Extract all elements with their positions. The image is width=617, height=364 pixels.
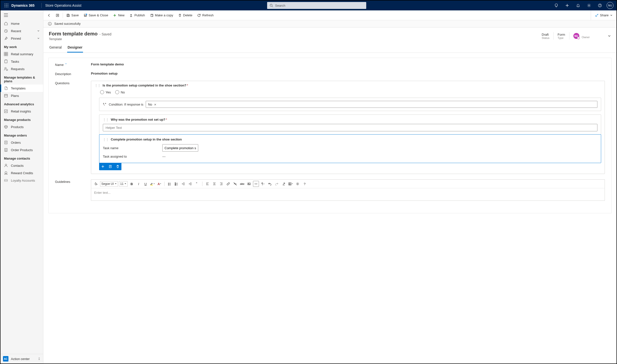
notifications-icon[interactable] bbox=[574, 1, 582, 10]
sidebar-item-reward-credits[interactable]: Reward Credits bbox=[0, 169, 43, 177]
owner-avatar[interactable]: NU bbox=[573, 33, 579, 39]
rte-align-center-icon[interactable] bbox=[211, 181, 217, 187]
sidebar-item-products[interactable]: Products bbox=[0, 123, 43, 131]
task-assigned-value[interactable]: --- bbox=[162, 155, 166, 158]
save-close-button[interactable]: Save & Close bbox=[81, 12, 111, 19]
brand-label[interactable]: Dynamics 365 bbox=[11, 3, 34, 7]
question-card[interactable]: ⋮⋮ Is the promotion setup completed in t… bbox=[91, 81, 605, 174]
radio-yes[interactable]: Yes bbox=[100, 90, 111, 94]
rte-indent-icon[interactable] bbox=[187, 181, 193, 187]
publish-button[interactable]: Publish bbox=[127, 12, 147, 19]
user-avatar[interactable]: NU bbox=[607, 2, 614, 9]
chevron-down-icon[interactable] bbox=[608, 34, 611, 38]
sidebar-item-requests[interactable]: Requests bbox=[0, 65, 43, 73]
share-button[interactable]: Share bbox=[592, 12, 615, 19]
rte-editor[interactable]: Enter text... bbox=[91, 188, 605, 201]
rte-strike-icon[interactable]: abc bbox=[239, 181, 245, 187]
description-value[interactable]: Promotion setup bbox=[91, 72, 117, 75]
sidebar-item-retail-insights[interactable]: Retail insights bbox=[0, 108, 43, 115]
rte-settings-icon[interactable] bbox=[295, 181, 301, 187]
rte-quote-icon[interactable]: ” bbox=[194, 181, 200, 187]
rte-redo-icon[interactable] bbox=[274, 181, 280, 187]
rte-format-painter-icon[interactable] bbox=[93, 181, 99, 187]
sidebar-item-retail-summary[interactable]: Retail summary bbox=[0, 50, 43, 58]
page-title: Form template demo bbox=[49, 31, 98, 36]
sidebar-item-tasks[interactable]: Tasks bbox=[0, 58, 43, 65]
rte-code-icon[interactable] bbox=[253, 181, 259, 187]
required-indicator: * bbox=[187, 84, 188, 87]
sidebar-item-order-products[interactable]: Order Products bbox=[0, 146, 43, 154]
rte-undo-icon[interactable] bbox=[267, 181, 273, 187]
rte-align-left-icon[interactable] bbox=[204, 181, 210, 187]
rte-unlink-icon[interactable] bbox=[232, 181, 238, 187]
page-title-state: - Saved bbox=[99, 32, 111, 36]
sidebar-item-recent[interactable]: Recent bbox=[0, 27, 43, 35]
rte-font-color-icon[interactable]: A bbox=[156, 181, 162, 187]
save-button[interactable]: Save bbox=[64, 12, 81, 19]
rte-font-select[interactable]: Segoe UI bbox=[100, 181, 118, 187]
refresh-button[interactable]: Refresh bbox=[195, 12, 216, 19]
sidebar-item-plans[interactable]: Plans bbox=[0, 92, 43, 99]
task-copy-button[interactable] bbox=[107, 163, 114, 170]
task-add-button[interactable] bbox=[99, 163, 107, 170]
sidebar-item-home[interactable]: Home bbox=[0, 20, 43, 27]
copy-button[interactable]: Make a copy bbox=[147, 12, 176, 19]
new-button[interactable]: New bbox=[111, 12, 127, 19]
svg-rect-48 bbox=[85, 15, 86, 16]
rte-numbering-icon[interactable]: 123 bbox=[173, 181, 179, 187]
hamburger-icon[interactable] bbox=[0, 10, 43, 20]
svg-rect-25 bbox=[6, 54, 8, 56]
lightbulb-icon[interactable] bbox=[552, 1, 561, 10]
questions-label: Questions bbox=[55, 81, 91, 85]
rte-outdent-icon[interactable] bbox=[180, 181, 186, 187]
helper-text-input[interactable] bbox=[103, 124, 597, 131]
delete-button[interactable]: Delete bbox=[176, 12, 195, 19]
sub-question-card[interactable]: ⋮⋮ Why was the promotion not set up? * bbox=[99, 114, 601, 135]
task-assigned-label: Task assigned to bbox=[103, 155, 162, 158]
sidebar-item-pinned[interactable]: Pinned bbox=[0, 35, 43, 42]
chip-remove-icon[interactable]: × bbox=[154, 103, 156, 106]
rte-size-select[interactable]: 11 bbox=[119, 181, 128, 187]
app-launcher-icon[interactable] bbox=[2, 1, 10, 9]
rte-align-right-icon[interactable] bbox=[218, 181, 224, 187]
open-button[interactable] bbox=[53, 12, 62, 19]
drag-handle-icon[interactable]: ⋮⋮ bbox=[103, 118, 109, 121]
rte-ltr-icon[interactable]: ¶ bbox=[260, 181, 266, 187]
tab-designer[interactable]: Designer bbox=[67, 43, 83, 53]
sidebar-item-loyalty[interactable]: Loyalty Accounts bbox=[0, 177, 43, 184]
sidebar-item-templates[interactable]: Templates bbox=[0, 84, 43, 92]
task-name-input[interactable] bbox=[162, 144, 198, 152]
action-center[interactable]: AC Action center bbox=[0, 354, 43, 364]
radio-no[interactable]: No bbox=[115, 90, 125, 94]
task-card[interactable]: ⋮⋮ Complete promotion setup in the shoe … bbox=[99, 134, 601, 163]
search-input[interactable]: Search bbox=[267, 2, 366, 9]
rte-clear-icon[interactable] bbox=[281, 181, 287, 187]
type-value: Form bbox=[558, 33, 565, 36]
task-delete-button[interactable] bbox=[114, 163, 121, 170]
tab-general[interactable]: General bbox=[49, 43, 62, 53]
rte-help-icon[interactable]: ? bbox=[302, 181, 308, 187]
help-icon[interactable] bbox=[596, 1, 604, 10]
rte-underline-icon[interactable]: U bbox=[142, 181, 148, 187]
rte-bold-icon[interactable]: B bbox=[129, 181, 135, 187]
condition-select[interactable]: No × bbox=[146, 101, 597, 108]
drag-handle-icon[interactable]: ⋮⋮ bbox=[103, 138, 109, 141]
sidebar-item-contacts[interactable]: Contacts bbox=[0, 162, 43, 169]
rte-image-icon[interactable] bbox=[246, 181, 252, 187]
name-value[interactable]: Form template demo bbox=[91, 62, 124, 66]
svg-point-0 bbox=[5, 4, 5, 4]
rte-link-icon[interactable] bbox=[225, 181, 231, 187]
rte-italic-icon[interactable]: I bbox=[136, 181, 141, 187]
rte-table-icon[interactable] bbox=[288, 181, 294, 187]
add-icon[interactable] bbox=[563, 1, 571, 10]
sidebar-item-orders[interactable]: Orders bbox=[0, 139, 43, 146]
svg-point-1 bbox=[6, 4, 7, 4]
rte-bullets-icon[interactable] bbox=[167, 181, 172, 187]
sidebar-section-products: Manage products bbox=[0, 115, 43, 123]
name-label: Name bbox=[55, 63, 64, 67]
svg-line-10 bbox=[272, 6, 273, 7]
settings-icon[interactable] bbox=[585, 1, 593, 10]
drag-handle-icon[interactable]: ⋮⋮ bbox=[95, 84, 101, 87]
back-button[interactable] bbox=[45, 12, 53, 19]
rte-highlight-icon[interactable] bbox=[149, 181, 155, 187]
